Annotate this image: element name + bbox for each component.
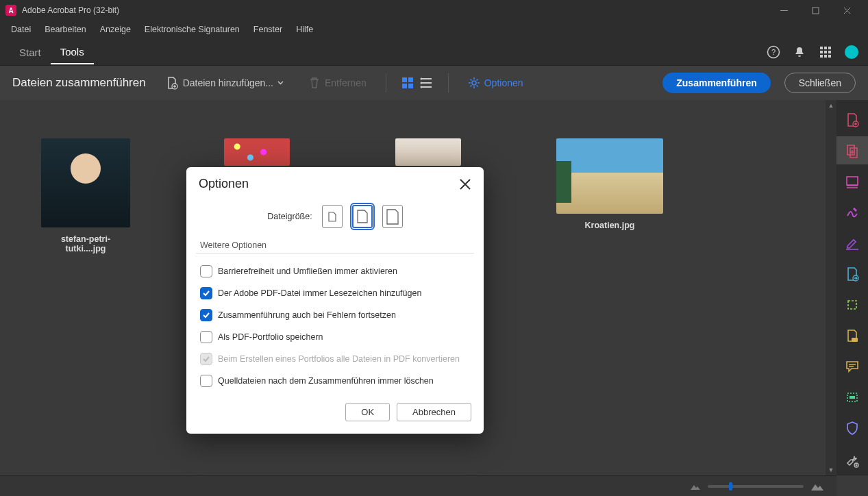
checkbox-icon — [200, 375, 212, 387]
dialog-backdrop: Optionen Dateigröße: Weitere Optionen Ba… — [0, 0, 868, 496]
checkbox-label: Quelldateien nach dem Zusammenführen imm… — [218, 376, 434, 386]
checkbox-portfolio[interactable]: Als PDF-Portfolio speichern — [200, 326, 470, 348]
checkbox-label: Zusammenführung auch bei Fehlern fortset… — [218, 310, 396, 320]
options-dialog: Optionen Dateigröße: Weitere Optionen Ba… — [186, 167, 484, 434]
checkbox-accessibility[interactable]: Barrierefreiheit und Umfließen immer akt… — [200, 260, 470, 282]
dialog-title: Optionen — [199, 177, 459, 191]
filesize-label: Dateigröße: — [267, 212, 312, 221]
checkbox-bookmarks[interactable]: Der Adobe PDF-Datei immer Lesezeichen hi… — [200, 282, 470, 304]
checkbox-icon — [200, 331, 212, 343]
filesize-large-button[interactable] — [382, 205, 403, 228]
checkbox-icon — [200, 309, 212, 321]
more-options-label: Weitere Optionen — [186, 240, 484, 253]
checkbox-label: Barrierefreiheit und Umfließen immer akt… — [218, 266, 397, 276]
checkbox-label: Beim Erstellen eines Portfolios alle Dat… — [218, 354, 460, 364]
checkbox-icon — [200, 265, 212, 277]
cancel-button[interactable]: Abbrechen — [397, 403, 471, 421]
checkbox-icon — [200, 353, 212, 365]
checkbox-delete-sources[interactable]: Quelldateien nach dem Zusammenführen imm… — [200, 370, 470, 392]
dialog-close-button[interactable] — [459, 178, 471, 190]
filesize-medium-button[interactable] — [352, 205, 373, 228]
checkbox-label: Der Adobe PDF-Datei immer Lesezeichen hi… — [218, 288, 421, 298]
checkbox-label: Als PDF-Portfolio speichern — [218, 332, 323, 342]
checkbox-convert-portfolio: Beim Erstellen eines Portfolios alle Dat… — [200, 348, 470, 370]
checkbox-icon — [200, 287, 212, 299]
checkbox-continue-errors[interactable]: Zusammenführung auch bei Fehlern fortset… — [200, 304, 470, 326]
filesize-small-button[interactable] — [322, 205, 343, 228]
ok-button[interactable]: OK — [345, 403, 390, 421]
